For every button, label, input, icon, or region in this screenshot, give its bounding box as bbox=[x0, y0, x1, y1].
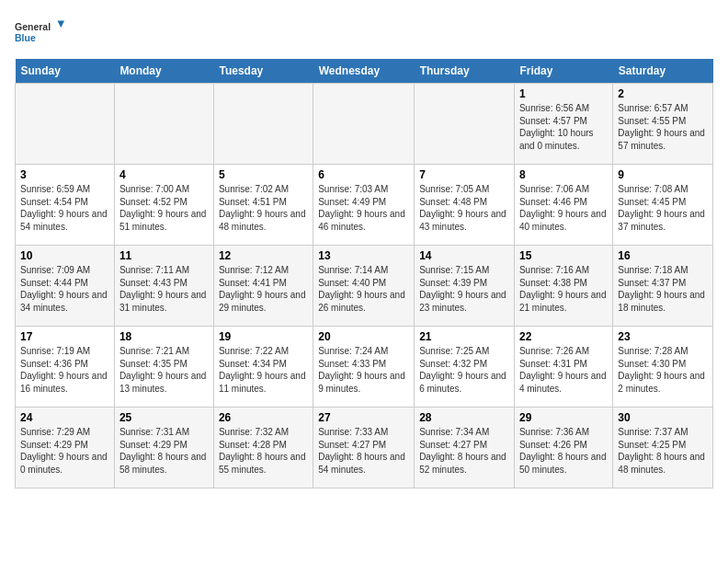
calendar-cell: 14Sunrise: 7:15 AMSunset: 4:39 PMDayligh… bbox=[415, 246, 515, 327]
calendar-cell bbox=[213, 84, 313, 165]
calendar-cell: 2Sunrise: 6:57 AMSunset: 4:55 PMDaylight… bbox=[613, 84, 713, 165]
day-number: 26 bbox=[219, 411, 308, 424]
day-number: 19 bbox=[219, 330, 308, 343]
day-info: Sunrise: 6:57 AMSunset: 4:55 PMDaylight:… bbox=[618, 102, 708, 152]
day-info: Sunrise: 7:05 AMSunset: 4:48 PMDaylight:… bbox=[419, 183, 509, 233]
calendar-cell: 10Sunrise: 7:09 AMSunset: 4:44 PMDayligh… bbox=[16, 246, 115, 327]
weekday-header-row: SundayMondayTuesdayWednesdayThursdayFrid… bbox=[16, 59, 713, 84]
day-info: Sunrise: 6:59 AMSunset: 4:54 PMDaylight:… bbox=[20, 183, 109, 233]
calendar-cell: 30Sunrise: 7:37 AMSunset: 4:25 PMDayligh… bbox=[613, 408, 713, 488]
day-number: 10 bbox=[20, 249, 109, 262]
day-number: 15 bbox=[519, 249, 608, 262]
day-info: Sunrise: 7:26 AMSunset: 4:31 PMDaylight:… bbox=[519, 345, 608, 395]
day-number: 11 bbox=[119, 249, 209, 262]
day-info: Sunrise: 7:28 AMSunset: 4:30 PMDaylight:… bbox=[618, 345, 708, 395]
day-info: Sunrise: 7:06 AMSunset: 4:46 PMDaylight:… bbox=[519, 183, 608, 233]
day-number: 4 bbox=[119, 168, 209, 181]
calendar-cell: 16Sunrise: 7:18 AMSunset: 4:37 PMDayligh… bbox=[613, 246, 713, 327]
calendar-cell: 28Sunrise: 7:34 AMSunset: 4:27 PMDayligh… bbox=[415, 408, 515, 488]
day-info: Sunrise: 7:36 AMSunset: 4:26 PMDaylight:… bbox=[519, 426, 608, 476]
calendar-cell bbox=[114, 84, 213, 165]
day-number: 29 bbox=[519, 411, 608, 424]
day-number: 28 bbox=[419, 411, 509, 424]
calendar-cell: 9Sunrise: 7:08 AMSunset: 4:45 PMDaylight… bbox=[613, 165, 713, 246]
weekday-header-sunday: Sunday bbox=[16, 59, 115, 84]
day-number: 8 bbox=[519, 168, 608, 181]
calendar-cell: 19Sunrise: 7:22 AMSunset: 4:34 PMDayligh… bbox=[213, 327, 313, 408]
day-info: Sunrise: 7:25 AMSunset: 4:32 PMDaylight:… bbox=[419, 345, 509, 395]
day-number: 12 bbox=[219, 249, 308, 262]
calendar-cell: 26Sunrise: 7:32 AMSunset: 4:28 PMDayligh… bbox=[213, 408, 313, 488]
weekday-header-wednesday: Wednesday bbox=[313, 59, 415, 84]
day-number: 5 bbox=[219, 168, 308, 181]
calendar-cell: 17Sunrise: 7:19 AMSunset: 4:36 PMDayligh… bbox=[16, 327, 115, 408]
day-number: 2 bbox=[618, 87, 708, 100]
day-info: Sunrise: 7:24 AMSunset: 4:33 PMDaylight:… bbox=[318, 345, 409, 395]
calendar-cell: 3Sunrise: 6:59 AMSunset: 4:54 PMDaylight… bbox=[16, 165, 115, 246]
calendar-cell: 25Sunrise: 7:31 AMSunset: 4:29 PMDayligh… bbox=[114, 408, 213, 488]
day-info: Sunrise: 7:34 AMSunset: 4:27 PMDaylight:… bbox=[419, 426, 509, 476]
logo-svg: General Blue bbox=[15, 15, 70, 52]
calendar-cell: 15Sunrise: 7:16 AMSunset: 4:38 PMDayligh… bbox=[514, 246, 612, 327]
day-number: 24 bbox=[20, 411, 109, 424]
calendar-cell bbox=[313, 84, 415, 165]
weekday-header-thursday: Thursday bbox=[415, 59, 515, 84]
day-info: Sunrise: 7:09 AMSunset: 4:44 PMDaylight:… bbox=[20, 264, 109, 314]
calendar-week-4: 17Sunrise: 7:19 AMSunset: 4:36 PMDayligh… bbox=[16, 327, 713, 408]
day-info: Sunrise: 7:18 AMSunset: 4:37 PMDaylight:… bbox=[618, 264, 708, 314]
day-number: 1 bbox=[519, 87, 608, 100]
day-number: 9 bbox=[618, 168, 708, 181]
calendar-cell: 20Sunrise: 7:24 AMSunset: 4:33 PMDayligh… bbox=[313, 327, 415, 408]
day-number: 27 bbox=[318, 411, 409, 424]
calendar-cell: 8Sunrise: 7:06 AMSunset: 4:46 PMDaylight… bbox=[514, 165, 612, 246]
calendar-cell bbox=[16, 84, 115, 165]
calendar-cell: 12Sunrise: 7:12 AMSunset: 4:41 PMDayligh… bbox=[213, 246, 313, 327]
day-info: Sunrise: 7:31 AMSunset: 4:29 PMDaylight:… bbox=[119, 426, 209, 476]
svg-marker-1 bbox=[58, 21, 65, 29]
calendar-cell: 6Sunrise: 7:03 AMSunset: 4:49 PMDaylight… bbox=[313, 165, 415, 246]
calendar-week-3: 10Sunrise: 7:09 AMSunset: 4:44 PMDayligh… bbox=[16, 246, 713, 327]
day-info: Sunrise: 7:14 AMSunset: 4:40 PMDaylight:… bbox=[318, 264, 409, 314]
svg-text:General: General bbox=[15, 21, 51, 32]
weekday-header-friday: Friday bbox=[514, 59, 612, 84]
day-number: 22 bbox=[519, 330, 608, 343]
calendar-cell: 29Sunrise: 7:36 AMSunset: 4:26 PMDayligh… bbox=[514, 408, 612, 488]
day-info: Sunrise: 7:32 AMSunset: 4:28 PMDaylight:… bbox=[219, 426, 308, 476]
day-info: Sunrise: 7:19 AMSunset: 4:36 PMDaylight:… bbox=[20, 345, 109, 395]
day-info: Sunrise: 7:00 AMSunset: 4:52 PMDaylight:… bbox=[119, 183, 209, 233]
day-info: Sunrise: 7:22 AMSunset: 4:34 PMDaylight:… bbox=[219, 345, 308, 395]
calendar-cell: 11Sunrise: 7:11 AMSunset: 4:43 PMDayligh… bbox=[114, 246, 213, 327]
calendar-cell: 23Sunrise: 7:28 AMSunset: 4:30 PMDayligh… bbox=[613, 327, 713, 408]
day-number: 20 bbox=[318, 330, 409, 343]
day-info: Sunrise: 7:12 AMSunset: 4:41 PMDaylight:… bbox=[219, 264, 308, 314]
day-number: 13 bbox=[318, 249, 409, 262]
day-info: Sunrise: 7:08 AMSunset: 4:45 PMDaylight:… bbox=[618, 183, 708, 233]
day-number: 6 bbox=[318, 168, 409, 181]
day-info: Sunrise: 7:15 AMSunset: 4:39 PMDaylight:… bbox=[419, 264, 509, 314]
logo: General Blue bbox=[15, 15, 70, 52]
calendar-cell: 7Sunrise: 7:05 AMSunset: 4:48 PMDaylight… bbox=[415, 165, 515, 246]
day-info: Sunrise: 6:56 AMSunset: 4:57 PMDaylight:… bbox=[519, 102, 608, 152]
header: General Blue bbox=[15, 15, 713, 52]
calendar-cell: 24Sunrise: 7:29 AMSunset: 4:29 PMDayligh… bbox=[16, 408, 115, 488]
calendar-cell: 13Sunrise: 7:14 AMSunset: 4:40 PMDayligh… bbox=[313, 246, 415, 327]
day-info: Sunrise: 7:03 AMSunset: 4:49 PMDaylight:… bbox=[318, 183, 409, 233]
day-number: 3 bbox=[20, 168, 109, 181]
day-info: Sunrise: 7:21 AMSunset: 4:35 PMDaylight:… bbox=[119, 345, 209, 395]
day-number: 18 bbox=[119, 330, 209, 343]
day-info: Sunrise: 7:11 AMSunset: 4:43 PMDaylight:… bbox=[119, 264, 209, 314]
day-number: 17 bbox=[20, 330, 109, 343]
calendar-table: SundayMondayTuesdayWednesdayThursdayFrid… bbox=[15, 59, 713, 488]
calendar-cell bbox=[415, 84, 515, 165]
calendar-cell: 21Sunrise: 7:25 AMSunset: 4:32 PMDayligh… bbox=[415, 327, 515, 408]
calendar-cell: 5Sunrise: 7:02 AMSunset: 4:51 PMDaylight… bbox=[213, 165, 313, 246]
day-number: 7 bbox=[419, 168, 509, 181]
calendar-week-1: 1Sunrise: 6:56 AMSunset: 4:57 PMDaylight… bbox=[16, 84, 713, 165]
weekday-header-monday: Monday bbox=[114, 59, 213, 84]
day-number: 23 bbox=[618, 330, 708, 343]
weekday-header-saturday: Saturday bbox=[613, 59, 713, 84]
calendar-cell: 22Sunrise: 7:26 AMSunset: 4:31 PMDayligh… bbox=[514, 327, 612, 408]
day-number: 16 bbox=[618, 249, 708, 262]
day-info: Sunrise: 7:02 AMSunset: 4:51 PMDaylight:… bbox=[219, 183, 308, 233]
day-number: 30 bbox=[618, 411, 708, 424]
